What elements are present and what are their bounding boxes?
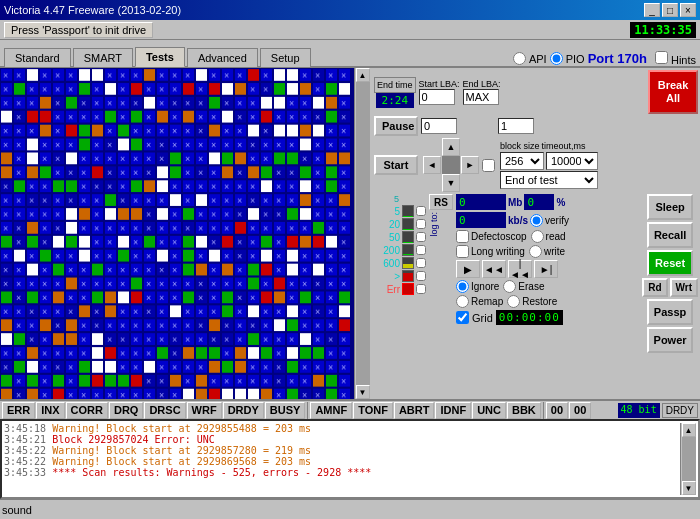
status-tonf[interactable]: TONF <box>353 402 393 419</box>
log-content: 3:45:18 Warning! Block start at 29298554… <box>4 423 680 495</box>
write-radio[interactable] <box>529 245 542 258</box>
separator1 <box>307 402 308 419</box>
scroll-down-btn[interactable]: ▼ <box>356 385 370 399</box>
defectoscop-checkbox[interactable] <box>456 230 469 243</box>
timeout-select[interactable]: 10000 <box>546 152 598 170</box>
bottom-00-1[interactable]: 00 <box>546 402 568 419</box>
meter-label-4: 600 <box>374 258 400 269</box>
sleep-button[interactable]: Sleep <box>647 194 693 220</box>
long-writing-checkbox[interactable] <box>456 245 469 258</box>
erase-radio-input[interactable] <box>503 280 516 293</box>
block-timeout-inputs: 256 10000 <box>500 152 598 170</box>
end-time-label: End time <box>374 77 416 93</box>
dpad-right-btn[interactable]: ► <box>461 156 479 174</box>
status-err[interactable]: ERR <box>2 402 35 419</box>
play-btn[interactable]: ▶ <box>456 260 480 278</box>
wrt-button[interactable]: Wrt <box>670 278 698 297</box>
lba-row: End time 2:24 Start LBA: End LBA: BreakA… <box>374 70 698 114</box>
minimize-btn[interactable]: _ <box>644 3 660 17</box>
remap-radio-input[interactable] <box>456 295 469 308</box>
passp-button[interactable]: Passp <box>647 299 693 325</box>
meter-checkbox-4[interactable] <box>416 258 426 268</box>
status-inx[interactable]: INX <box>36 402 64 419</box>
lba-val2[interactable] <box>498 118 534 134</box>
dpad-up-btn[interactable]: ▲ <box>442 138 460 156</box>
api-label: API <box>529 53 547 65</box>
bottom-00-2[interactable]: 00 <box>569 402 591 419</box>
recall-button[interactable]: Recall <box>647 222 693 248</box>
tab-setup[interactable]: Setup <box>260 48 311 67</box>
status-drsc[interactable]: DRSC <box>144 402 185 419</box>
end-lba-input[interactable] <box>463 89 499 105</box>
rd-button[interactable]: Rd <box>642 278 667 297</box>
grid-checkbox[interactable] <box>456 311 469 324</box>
dpad-row2: ◄ ► <box>423 156 479 174</box>
meter-checkbox-0[interactable] <box>416 206 426 216</box>
status-drdy[interactable]: DRDY <box>223 402 264 419</box>
verify-radio[interactable] <box>530 214 543 227</box>
status-idnf[interactable]: IDNF <box>435 402 471 419</box>
meter-checkbox-2[interactable] <box>416 232 426 242</box>
meter-checkbox-5[interactable] <box>416 271 426 281</box>
tab-advanced[interactable]: Advanced <box>187 48 258 67</box>
log-scroll-down[interactable]: ▼ <box>682 481 696 495</box>
sector-grid <box>0 68 354 399</box>
start-row: Start ▲ ◄ ► ▼ <box>374 138 698 192</box>
reset-button[interactable]: Reset <box>647 250 693 276</box>
read-label: read <box>546 231 566 242</box>
log-scroll-up[interactable]: ▲ <box>682 423 696 437</box>
start-button[interactable]: Start <box>374 155 418 175</box>
skip-fwd-btn[interactable]: ►| <box>534 260 558 278</box>
log-row-3: 3:45:22 Warning! Block start at 29298695… <box>4 456 680 467</box>
end-of-test-row: End of test <box>500 171 598 189</box>
status-busy[interactable]: BUSY <box>265 402 306 419</box>
block-size-row: block size timeout,ms <box>500 141 598 151</box>
meter-checkbox-3[interactable] <box>416 245 426 255</box>
status-corr[interactable]: CORR <box>66 402 108 419</box>
log-row-2: 3:45:22 Warning! Block start at 29298572… <box>4 445 680 456</box>
remap-radio: Remap <box>456 295 503 308</box>
scroll-up-btn[interactable]: ▲ <box>356 68 370 82</box>
lba-val1[interactable] <box>421 118 457 134</box>
dpad-left-btn[interactable]: ◄ <box>423 156 441 174</box>
rs-button[interactable]: RS <box>429 194 453 210</box>
mb-display: 0 <box>456 194 506 210</box>
status-wrf[interactable]: WRF <box>187 402 222 419</box>
skip-back-btn[interactable]: |◄◄ <box>508 260 532 278</box>
power-button[interactable]: Power <box>647 327 693 353</box>
status-abrt[interactable]: ABRT <box>394 402 435 419</box>
api-radio[interactable] <box>513 52 526 65</box>
tab-smart[interactable]: SMART <box>73 48 133 67</box>
option-checkbox[interactable] <box>482 159 495 172</box>
restore-radio-input[interactable] <box>507 295 520 308</box>
break-all-button[interactable]: BreakAll <box>648 70 698 114</box>
maximize-btn[interactable]: □ <box>662 3 678 17</box>
meter-row-1: 20 <box>374 218 426 230</box>
pause-button[interactable]: Pause <box>374 116 418 136</box>
ignore-radio-input[interactable] <box>456 280 469 293</box>
err-checkbox[interactable] <box>416 284 426 294</box>
tab-standard[interactable]: Standard <box>4 48 71 67</box>
start-lba-input[interactable] <box>419 89 455 105</box>
rewind-btn[interactable]: ◄◄ <box>482 260 506 278</box>
48bit-indicator: 48 bit <box>618 403 660 418</box>
meter-checkbox-1[interactable] <box>416 219 426 229</box>
close-btn[interactable]: × <box>680 3 696 17</box>
status-unc[interactable]: UNC <box>472 402 506 419</box>
sound-label: sound <box>2 504 32 516</box>
read-radio[interactable] <box>531 230 544 243</box>
app-window: Victoria 4.47 Freeware (2013-02-20) _ □ … <box>0 0 700 519</box>
dpad-down-btn[interactable]: ▼ <box>442 174 460 192</box>
block-size-select[interactable]: 256 <box>500 152 544 170</box>
end-of-test-select[interactable]: End of test <box>500 171 598 189</box>
erase-label: Erase <box>518 281 544 292</box>
pio-radio[interactable] <box>550 52 563 65</box>
tabbar: Standard SMART Tests Advanced Setup API … <box>0 40 700 68</box>
status-drq[interactable]: DRQ <box>109 402 143 419</box>
status-bbk[interactable]: BBK <box>507 402 541 419</box>
write-radio-group: write <box>529 245 565 258</box>
status-bar: ERR INX CORR DRQ DRSC WRF DRDY BUSY AMNF… <box>0 399 700 419</box>
status-amnf[interactable]: AMNF <box>310 402 352 419</box>
hints-checkbox[interactable] <box>655 51 668 64</box>
tab-tests[interactable]: Tests <box>135 47 185 67</box>
